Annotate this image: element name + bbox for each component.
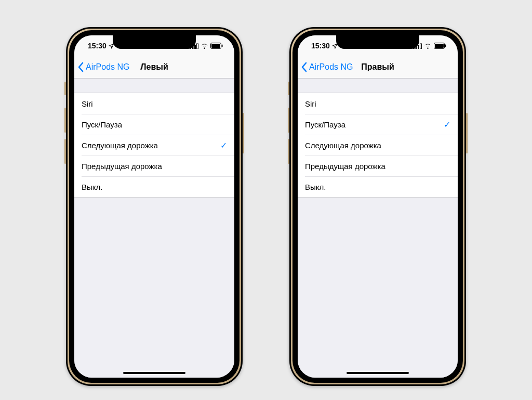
list-item[interactable]: Выкл. bbox=[74, 176, 234, 198]
option-label: Пуск/Пауза bbox=[82, 120, 122, 129]
option-label: Siri bbox=[82, 99, 93, 108]
nav-bar: AirPods NG Левый bbox=[74, 56, 234, 79]
list-item[interactable]: Выкл. bbox=[298, 176, 458, 198]
status-time: 15:30 bbox=[88, 42, 107, 50]
stage: 15:30 AirPods NG Левый bbox=[0, 0, 532, 400]
options-list: Siri Пуск/Пауза ✓ Следующая дорожка Пред… bbox=[298, 93, 458, 198]
chevron-left-icon bbox=[77, 62, 85, 72]
options-list: Siri Пуск/Пауза Следующая дорожка ✓ Пред… bbox=[74, 93, 234, 198]
battery-icon bbox=[434, 43, 446, 49]
svg-rect-2 bbox=[194, 45, 196, 49]
list-item[interactable]: Следующая дорожка bbox=[298, 135, 458, 156]
svg-rect-9 bbox=[418, 45, 419, 49]
volume-down-button bbox=[288, 139, 289, 164]
list-item[interactable]: Предыдущая дорожка bbox=[298, 156, 458, 176]
option-label: Предыдущая дорожка bbox=[82, 162, 162, 171]
back-button[interactable]: AirPods NG bbox=[298, 62, 353, 72]
option-label: Выкл. bbox=[305, 183, 326, 191]
nav-bar: AirPods NG Правый bbox=[298, 56, 458, 79]
svg-rect-10 bbox=[420, 44, 422, 49]
list-item[interactable]: Следующая дорожка ✓ bbox=[74, 135, 234, 156]
svg-rect-6 bbox=[222, 45, 223, 47]
back-label: AirPods NG bbox=[86, 62, 129, 72]
status-time: 15:30 bbox=[311, 42, 330, 50]
list-item[interactable]: Пуск/Пауза bbox=[74, 114, 234, 135]
section-spacer bbox=[74, 78, 234, 93]
notch bbox=[113, 35, 196, 49]
phone-left: 15:30 AirPods NG Левый bbox=[66, 27, 243, 386]
wifi-icon bbox=[201, 43, 208, 49]
list-item[interactable]: Пуск/Пауза ✓ bbox=[298, 114, 458, 135]
section-spacer bbox=[298, 78, 458, 93]
list-item[interactable]: Предыдущая дорожка bbox=[74, 156, 234, 176]
notch bbox=[336, 35, 419, 49]
svg-rect-5 bbox=[211, 44, 220, 48]
screen: 15:30 AirPods NG Левый bbox=[74, 35, 234, 378]
wifi-icon bbox=[424, 43, 432, 49]
power-button bbox=[466, 113, 468, 153]
volume-up-button bbox=[64, 108, 66, 133]
home-indicator[interactable] bbox=[123, 372, 185, 374]
checkmark-icon: ✓ bbox=[444, 120, 450, 130]
battery-icon bbox=[210, 43, 223, 49]
phone-right: 15:30 AirPods NG Правый bbox=[289, 27, 466, 386]
option-label: Следующая дорожка bbox=[82, 141, 158, 150]
home-indicator[interactable] bbox=[347, 372, 409, 374]
svg-rect-3 bbox=[197, 44, 198, 49]
option-label: Предыдущая дорожка bbox=[305, 162, 385, 171]
list-item[interactable]: Siri bbox=[74, 93, 234, 114]
power-button bbox=[243, 113, 244, 153]
option-label: Следующая дорожка bbox=[305, 141, 381, 150]
mute-switch bbox=[64, 82, 66, 95]
screen: 15:30 AirPods NG Правый bbox=[298, 35, 458, 378]
chevron-left-icon bbox=[301, 62, 308, 72]
content: Siri Пуск/Пауза ✓ Следующая дорожка Пред… bbox=[298, 78, 458, 378]
mute-switch bbox=[288, 82, 289, 95]
content: Siri Пуск/Пауза Следующая дорожка ✓ Пред… bbox=[74, 78, 234, 378]
option-label: Siri bbox=[305, 99, 316, 108]
option-label: Выкл. bbox=[82, 183, 102, 191]
list-item[interactable]: Siri bbox=[298, 93, 458, 114]
status-left: 15:30 bbox=[85, 42, 114, 50]
volume-up-button bbox=[288, 108, 289, 133]
svg-rect-13 bbox=[445, 45, 446, 47]
back-button[interactable]: AirPods NG bbox=[74, 62, 129, 72]
back-label: AirPods NG bbox=[309, 62, 353, 72]
checkmark-icon: ✓ bbox=[220, 140, 227, 150]
status-left: 15:30 bbox=[308, 42, 338, 50]
svg-rect-12 bbox=[435, 44, 444, 48]
option-label: Пуск/Пауза bbox=[305, 120, 345, 129]
volume-down-button bbox=[64, 139, 66, 164]
